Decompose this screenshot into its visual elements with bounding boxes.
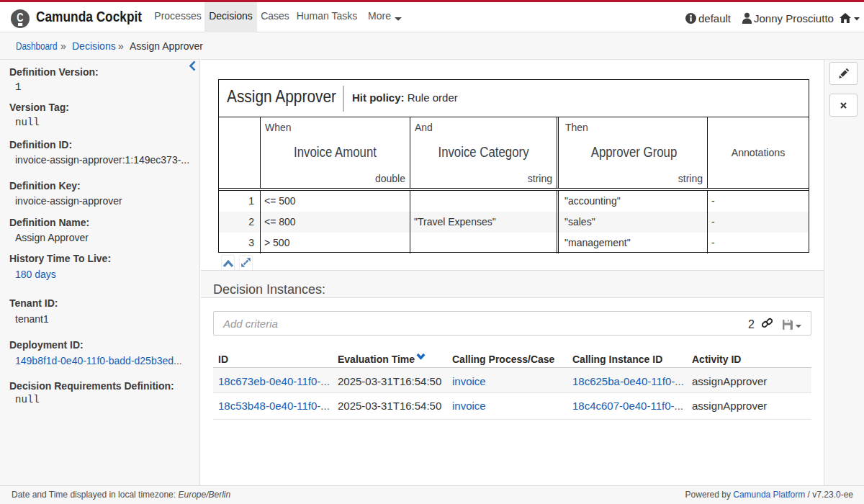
svg-text:C: C — [17, 12, 24, 24]
